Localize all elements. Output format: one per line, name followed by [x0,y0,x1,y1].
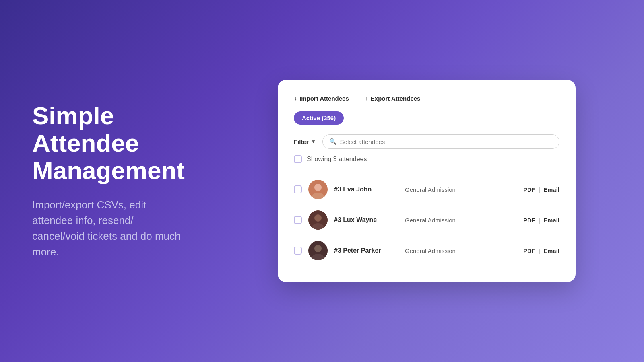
filter-row: Filter ▼ 🔍 [294,134,559,149]
separator-1: | [539,186,540,193]
search-input[interactable] [340,138,553,145]
hero-title-line2: Attendee [32,129,139,157]
avatar [308,241,328,260]
search-box[interactable]: 🔍 [322,134,559,149]
hero-title: Simple Attendee Management [32,102,185,185]
pdf-link-1[interactable]: PDF [523,186,535,193]
attendee-type-2: General Admission [405,217,517,224]
attendee-list: #3 Eva John General Admission PDF | Emai… [294,174,559,266]
email-link-2[interactable]: Email [543,217,559,224]
avatar [308,180,328,199]
attendee-name-1: #3 Eva John [334,186,398,193]
showing-count: Showing 3 attendees [307,156,367,163]
email-link-1[interactable]: Email [543,186,559,193]
svg-point-3 [315,184,321,191]
attendee-name-2: #3 Lux Wayne [334,216,398,224]
select-all-row: Showing 3 attendees [294,155,559,169]
attendee-actions-3: PDF | Email [523,247,559,254]
import-label: Import Attendees [299,95,349,102]
filter-button[interactable]: Filter ▼ [294,138,316,145]
export-label: Export Attendees [371,95,421,102]
email-link-3[interactable]: Email [543,247,559,254]
select-all-checkbox[interactable] [294,155,302,163]
active-badge[interactable]: Active (356) [294,111,344,125]
attendee-checkbox-1[interactable] [294,185,302,193]
attendee-checkbox-3[interactable] [294,247,302,255]
hero-description: Import/export CSVs, edit attendee info, … [32,197,185,260]
table-row: #3 Peter Parker General Admission PDF | … [294,235,559,266]
card-header: ↓ Import Attendees ↑ Export Attendees [294,95,559,102]
import-attendees-link[interactable]: ↓ Import Attendees [294,95,349,102]
pdf-link-3[interactable]: PDF [523,247,535,254]
separator-3: | [539,247,540,254]
table-row: #3 Lux Wayne General Admission PDF | Ema… [294,205,559,235]
export-icon: ↑ [365,95,368,102]
hero-title-line3: Management [32,156,185,184]
attendee-name-3: #3 Peter Parker [334,247,398,254]
hero-title-line1: Simple [32,102,114,130]
attendee-management-card: ↓ Import Attendees ↑ Export Attendees Ac… [278,80,576,282]
attendee-type-3: General Admission [405,247,517,254]
import-icon: ↓ [294,95,297,102]
left-panel: Simple Attendee Management Import/export… [0,78,209,284]
export-attendees-link[interactable]: ↑ Export Attendees [365,95,421,102]
table-row: #3 Eva John General Admission PDF | Emai… [294,174,559,205]
avatar [308,210,328,230]
attendee-actions-2: PDF | Email [523,217,559,224]
svg-point-11 [315,245,321,252]
separator-2: | [539,217,540,224]
right-panel: ↓ Import Attendees ↑ Export Attendees Ac… [209,64,644,298]
svg-point-7 [315,215,321,221]
attendee-checkbox-2[interactable] [294,216,302,224]
pdf-link-2[interactable]: PDF [523,217,535,224]
filter-label: Filter [294,138,309,145]
search-icon: 🔍 [329,138,337,145]
attendee-actions-1: PDF | Email [523,186,559,193]
attendee-type-1: General Admission [405,186,517,193]
chevron-down-icon: ▼ [311,139,316,144]
